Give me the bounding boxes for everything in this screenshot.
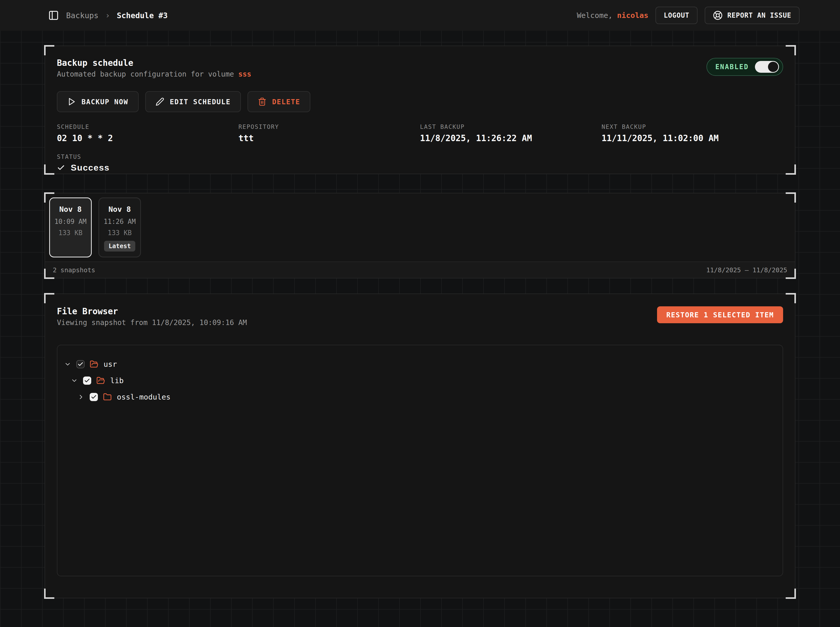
breadcrumb-current: Schedule #3 (117, 11, 168, 20)
enabled-pill: ENABLED (706, 58, 783, 76)
detail-schedule: SCHEDULE 02 10 * * 2 (57, 123, 238, 143)
logout-button[interactable]: LOGOUT (655, 7, 698, 24)
detail-value: 11/8/2025, 11:26:22 AM (420, 133, 602, 143)
schedule-actions: BACKUP NOW EDIT SCHEDULE DELETE (57, 91, 783, 112)
status-value: Success (57, 163, 783, 173)
detail-label: NEXT BACKUP (602, 123, 783, 130)
folder-icon (103, 393, 112, 401)
detail-value: ttt (238, 133, 420, 143)
schedule-details: SCHEDULE 02 10 * * 2 REPOSITORY ttt LAST… (57, 123, 783, 143)
corner-bracket (44, 164, 54, 175)
tree-row-usr: usr (64, 356, 776, 372)
snapshot-date: Nov 8 (59, 205, 82, 214)
snapshot-time: 11:26 AM (104, 218, 136, 225)
sidebar-toggle-button[interactable] (48, 10, 59, 21)
checkbox-usr[interactable] (76, 360, 85, 368)
detail-label: REPOSITORY (238, 123, 420, 130)
trash-icon (258, 97, 267, 106)
corner-bracket (44, 269, 54, 279)
snapshot-tile-selected[interactable]: Nov 8 10:09 AM 133 KB (49, 197, 92, 257)
username: nicolas (617, 11, 648, 20)
schedule-card-title: Backup schedule (57, 58, 251, 68)
file-browser-subtitle: Viewing snapshot from 11/8/2025, 10:09:1… (57, 318, 247, 327)
folder-open-icon (96, 376, 105, 385)
folder-open-icon (90, 360, 98, 369)
file-browser-title: File Browser (57, 306, 247, 316)
snapshot-list: Nov 8 10:09 AM 133 KB Nov 8 11:26 AM 133… (45, 194, 795, 262)
volume-name: sss (238, 70, 251, 78)
corner-bracket (786, 293, 796, 303)
snapshot-time: 10:09 AM (54, 218, 86, 225)
corner-bracket (44, 293, 54, 303)
detail-next-backup: NEXT BACKUP 11/11/2025, 11:02:00 AM (602, 123, 783, 143)
enabled-label: ENABLED (715, 63, 749, 71)
tree-label-usr[interactable]: usr (104, 360, 117, 369)
chevron-right-icon[interactable] (77, 394, 85, 400)
breadcrumb: Backups › Schedule #3 (66, 11, 167, 20)
detail-value: 11/11/2025, 11:02:00 AM (602, 133, 783, 143)
pencil-icon (156, 97, 164, 106)
tree-row-lib: lib (64, 372, 776, 389)
latest-badge: Latest (104, 241, 136, 252)
detail-label: SCHEDULE (57, 123, 238, 130)
snapshots-footer: 2 snapshots 11/8/2025 – 11/8/2025 (45, 262, 795, 278)
backup-now-button[interactable]: BACKUP NOW (57, 91, 139, 112)
check-icon (57, 164, 65, 172)
delete-button[interactable]: DELETE (248, 91, 311, 112)
welcome-text: Welcome, nicolas (577, 11, 648, 20)
top-bar: Backups › Schedule #3 Welcome, nicolas L… (0, 0, 840, 31)
breadcrumb-separator: › (105, 11, 110, 20)
enabled-toggle[interactable] (755, 61, 779, 73)
snapshot-size: 133 KB (107, 229, 132, 237)
breadcrumb-backups[interactable]: Backups (66, 11, 98, 20)
schedule-card-subtitle: Automated backup configuration for volum… (57, 70, 251, 78)
chevron-down-icon[interactable] (71, 377, 78, 384)
play-icon (67, 97, 76, 106)
report-issue-button[interactable]: REPORT AN ISSUE (705, 7, 799, 24)
detail-value: 02 10 * * 2 (57, 133, 238, 143)
backup-schedule-card: Backup schedule Automated backup configu… (44, 46, 796, 174)
snapshot-size: 133 KB (58, 229, 82, 237)
corner-bracket (786, 164, 796, 175)
panel-left-icon (48, 10, 59, 21)
tree-label-lib[interactable]: lib (110, 376, 123, 385)
snapshot-date-range: 11/8/2025 – 11/8/2025 (706, 266, 787, 274)
page-content: Backup schedule Automated backup configu… (0, 31, 840, 598)
snapshot-count: 2 snapshots (53, 266, 95, 274)
corner-bracket (44, 192, 54, 203)
corner-bracket (786, 589, 796, 599)
file-tree: usr lib (57, 345, 783, 576)
corner-bracket (786, 192, 796, 203)
corner-bracket (786, 45, 796, 55)
corner-bracket (44, 45, 54, 55)
snapshot-date: Nov 8 (108, 205, 131, 214)
file-browser-card: File Browser Viewing snapshot from 11/8/… (44, 293, 796, 598)
toggle-knob (768, 62, 778, 72)
tree-label-ossl-modules[interactable]: ossl-modules (117, 393, 171, 401)
corner-bracket (786, 269, 796, 279)
snapshot-tile-latest[interactable]: Nov 8 11:26 AM 133 KB Latest (98, 197, 141, 257)
tree-row-ossl-modules: ossl-modules (64, 389, 776, 405)
restore-selected-button[interactable]: RESTORE 1 SELECTED ITEM (657, 306, 783, 323)
chevron-down-icon[interactable] (64, 361, 71, 368)
detail-last-backup: LAST BACKUP 11/8/2025, 11:26:22 AM (420, 123, 602, 143)
status-label: STATUS (57, 153, 783, 160)
checkbox-lib[interactable] (83, 377, 91, 385)
corner-bracket (44, 589, 54, 599)
checkbox-ossl-modules[interactable] (90, 393, 98, 401)
life-buoy-icon (713, 11, 723, 20)
status-block: STATUS Success (57, 153, 783, 173)
detail-label: LAST BACKUP (420, 123, 602, 130)
snapshots-card: Nov 8 10:09 AM 133 KB Nov 8 11:26 AM 133… (44, 193, 796, 279)
edit-schedule-button[interactable]: EDIT SCHEDULE (145, 91, 241, 112)
detail-repository: REPOSITORY ttt (238, 123, 420, 143)
